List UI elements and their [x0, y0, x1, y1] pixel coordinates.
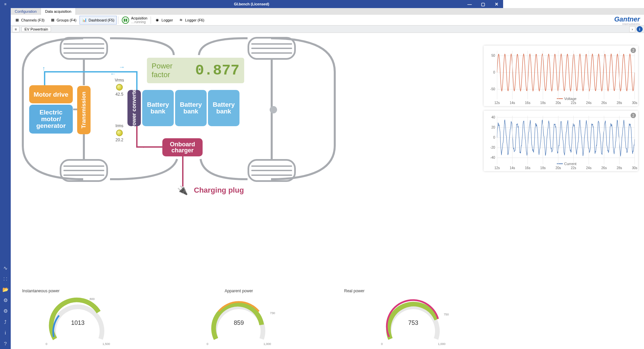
powertrain-diagram: Power factor 0.877 Motor drive Electric … — [13, 35, 341, 196]
logger-f6-label: Logger (F6) — [185, 18, 204, 22]
arrow-left-icon: ← — [110, 70, 116, 78]
close-button[interactable]: ✕ — [490, 0, 503, 8]
irms-label: Irms — [110, 123, 129, 128]
stack-icon: ≋ — [178, 17, 184, 23]
svg-text:-40: -40 — [490, 156, 495, 159]
plug-icon: 🔌 — [177, 185, 188, 196]
logger-button[interactable]: ◉ Logger — [152, 16, 175, 24]
svg-text:40: 40 — [491, 115, 495, 119]
current-chart[interactable]: 2 40 20 0 -20 -40 Current 12s14s16s1 — [484, 111, 503, 171]
pause-icon[interactable]: ▮▮ — [122, 16, 129, 24]
arrow-up-icon: ↑ — [42, 65, 45, 72]
main-menu-icon[interactable]: ≡ — [1, 0, 9, 8]
channels-label: Channels (F3) — [21, 18, 45, 22]
chart-icon: 📊 — [82, 17, 87, 23]
acquisition-label: Acquisition — [131, 16, 147, 20]
block-onboard-charger: Onboard charger — [162, 138, 203, 156]
groups-button[interactable]: ▦ Groups (F4) — [48, 16, 79, 24]
block-battery-bank-2: Battery bank — [175, 90, 207, 126]
block-electric-motor-generator: Electric motor/ generator — [29, 105, 73, 134]
block-motor-drive: Motor drive — [29, 85, 73, 103]
arrow-left-icon: ← — [142, 144, 148, 151]
svg-text:0: 0 — [493, 136, 495, 139]
waveform-icon[interactable]: ∿ — [2, 265, 8, 271]
toolbar: ▦ Channels (F3) ▦ Groups (F4) 📊 Dashboar… — [11, 15, 503, 26]
block-transmission: Transmission — [77, 86, 91, 134]
svg-text:12s: 12s — [494, 101, 500, 105]
wheel-rear-left — [60, 159, 108, 182]
logger-f6-button[interactable]: ≋ Logger (F6) — [176, 16, 207, 24]
acquisition-state: …running — [131, 20, 147, 24]
dashboard-canvas: Power factor 0.877 Motor drive Electric … — [11, 33, 503, 272]
vrms-label: Vrms — [110, 78, 129, 83]
wheel-front-right — [248, 37, 296, 60]
separator — [151, 16, 151, 24]
svg-text:20: 20 — [491, 126, 495, 129]
grid-icon: ▦ — [14, 17, 20, 23]
joint-dot — [270, 106, 277, 113]
tab-configuration[interactable]: Configuration — [11, 8, 41, 15]
main-area: Configuration Data acquisition ▦ Channel… — [11, 8, 503, 272]
wheel-rear-right — [248, 159, 296, 182]
maximize-button[interactable]: ▢ — [476, 0, 490, 8]
wheel-front-left — [60, 37, 108, 60]
dashboard-subheader: ≡ EV Powertrain › i — [11, 26, 503, 33]
svg-text:50: 50 — [491, 54, 495, 57]
logger-label: Logger — [161, 18, 173, 22]
hamburger-icon[interactable]: ≡ — [12, 26, 19, 32]
plug-line — [182, 156, 183, 187]
led-icon — [116, 84, 123, 91]
tab-data-acquisition[interactable]: Data acquisition — [41, 8, 75, 15]
svg-text:-50: -50 — [490, 87, 495, 91]
irms-value: 20.2 — [110, 138, 129, 142]
channels-button[interactable]: ▦ Channels (F3) — [12, 16, 47, 24]
vrms-indicator: Vrms 42.5 — [110, 78, 129, 97]
vrms-value: 42.5 — [110, 92, 129, 97]
power-factor-value: 0.877 — [195, 62, 239, 79]
dashboard-label: Dashboard (F5) — [89, 18, 114, 22]
app-title: GI.bench (Licensed) — [234, 2, 269, 6]
block-power-converter: Power converter — [127, 90, 141, 126]
main-tabs: Configuration Data acquisition — [11, 8, 503, 15]
title-bar: ≡ GI.bench (Licensed) — ▢ ✕ — [0, 0, 503, 8]
acquisition-status[interactable]: ▮▮ Acquisition …running — [120, 16, 149, 24]
power-factor-label: Power factor — [152, 62, 191, 79]
dashboard-button[interactable]: 📊 Dashboard (F5) — [79, 16, 117, 24]
svg-text:12s: 12s — [494, 166, 500, 170]
dashboard-crumb[interactable]: EV Powertrain — [21, 27, 51, 32]
voltage-chart[interactable]: 2 50 0 -50 Voltage 12s14s16s18s20s22s24s… — [484, 46, 503, 106]
irms-indicator: Irms 20.2 — [110, 123, 129, 142]
groups-label: Groups (F4) — [57, 18, 76, 22]
svg-text:-20: -20 — [490, 146, 495, 149]
record-icon: ◉ — [155, 17, 160, 23]
charging-plug-label: Charging plug — [194, 186, 244, 195]
led-icon — [116, 130, 123, 136]
block-battery-bank-3: Battery bank — [208, 90, 239, 126]
arrow-right-icon: → — [119, 64, 125, 71]
svg-text:0: 0 — [493, 70, 495, 74]
block-battery-bank-1: Battery bank — [142, 90, 174, 126]
grid-icon: ▦ — [50, 17, 55, 23]
separator — [118, 16, 118, 24]
minimize-button[interactable]: — — [463, 0, 476, 8]
side-rail: ∿ ⸬ 📂 ⚙ ⚙ ⤴ i ? — [0, 8, 11, 272]
power-factor-panel: Power factor 0.877 — [147, 58, 244, 83]
